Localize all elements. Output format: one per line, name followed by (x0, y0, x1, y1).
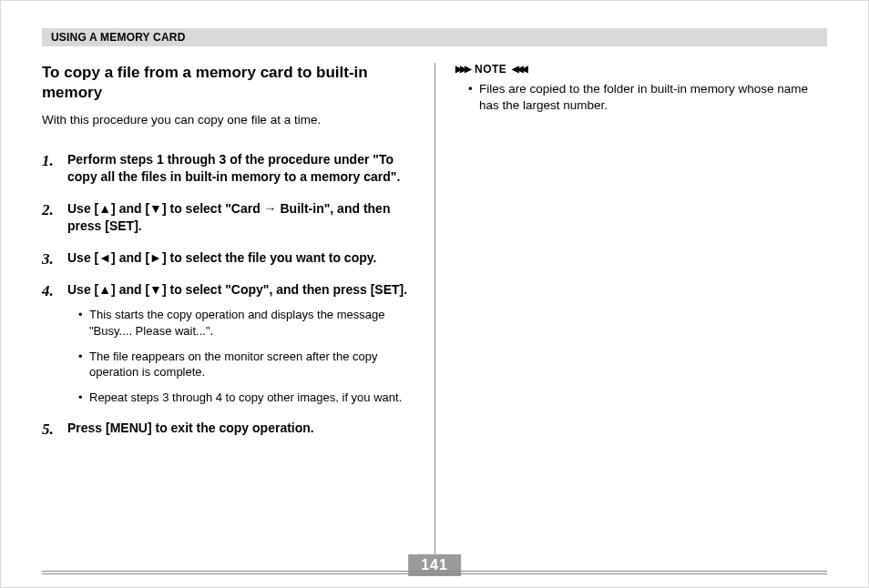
subitem: This starts the copy operation and displ… (78, 307, 414, 339)
note-item: Files are copied to the folder in built-… (468, 81, 827, 114)
subitem: The file reappears on the monitor screen… (78, 349, 414, 380)
intro-text: With this procedure you can copy one fil… (42, 112, 414, 129)
step-3: Use [◄] and [►] to select the file you w… (42, 249, 414, 267)
right-column: ▶▶▶ NOTE ◀◀◀ Files are copied to the fol… (434, 63, 827, 554)
subsection-title: To copy a file from a memory card to bui… (42, 63, 414, 103)
left-column: To copy a file from a memory card to bui… (42, 63, 434, 554)
note-label: NOTE (475, 63, 506, 76)
note-header: ▶▶▶ NOTE ◀◀◀ (455, 63, 827, 76)
two-column-layout: To copy a file from a memory card to bui… (42, 63, 827, 554)
triangle-right-icon: ▶▶▶ (455, 65, 469, 74)
step-text: Press [MENU] to exit the copy operation. (67, 421, 314, 435)
footer-rule (42, 571, 827, 574)
page-footer: 141 (42, 571, 827, 574)
step-4: Use [▲] and [▼] to select "Copy", and th… (42, 281, 414, 406)
triangle-left-icon: ◀◀◀ (512, 65, 526, 74)
step-4-subitems: This starts the copy operation and displ… (67, 307, 414, 405)
step-5: Press [MENU] to exit the copy operation. (42, 420, 414, 437)
manual-page: USING A MEMORY CARD To copy a file from … (0, 0, 869, 588)
step-text: Use [◄] and [►] to select the file you w… (67, 250, 376, 265)
note-list: Files are copied to the folder in built-… (455, 81, 827, 114)
step-text: Use [▲] and [▼] to select "Card → Built-… (67, 201, 390, 233)
step-2: Use [▲] and [▼] to select "Card → Built-… (42, 200, 414, 235)
subitem: Repeat steps 3 through 4 to copy other i… (78, 390, 414, 406)
procedure-steps: Perform steps 1 through 3 of the procedu… (42, 151, 414, 437)
step-1: Perform steps 1 through 3 of the procedu… (42, 151, 414, 186)
step-text: Perform steps 1 through 3 of the procedu… (67, 152, 400, 184)
section-header-bar: USING A MEMORY CARD (42, 28, 827, 46)
step-text: Use [▲] and [▼] to select "Copy", and th… (67, 282, 407, 297)
